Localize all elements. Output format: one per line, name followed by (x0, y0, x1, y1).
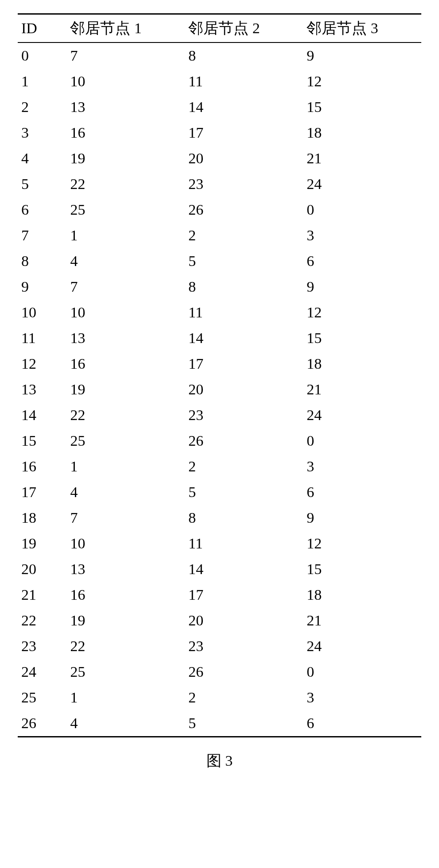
cell-neighbor-2: 11 (185, 300, 303, 325)
cell-neighbor-3: 15 (303, 556, 421, 582)
figure-caption: 图 3 (18, 751, 421, 771)
cell-neighbor-2: 8 (185, 42, 303, 69)
cell-neighbor-1: 10 (66, 69, 185, 94)
cell-neighbor-1: 19 (66, 608, 185, 633)
cell-neighbor-3: 15 (303, 94, 421, 120)
cell-neighbor-1: 25 (66, 197, 185, 223)
table-row: 21161718 (18, 582, 421, 608)
header-neighbor-2: 邻居节点 2 (185, 14, 303, 43)
table-row: 2425260 (18, 659, 421, 685)
cell-neighbor-2: 14 (185, 94, 303, 120)
cell-neighbor-2: 23 (185, 171, 303, 197)
cell-neighbor-3: 18 (303, 120, 421, 146)
cell-neighbor-2: 23 (185, 402, 303, 428)
cell-neighbor-1: 22 (66, 402, 185, 428)
cell-neighbor-3: 24 (303, 402, 421, 428)
table-body: 0789110111221314153161718419202152223246… (18, 42, 421, 737)
cell-id: 25 (18, 685, 66, 710)
cell-neighbor-3: 9 (303, 42, 421, 69)
cell-neighbor-1: 7 (66, 42, 185, 69)
cell-neighbor-2: 2 (185, 685, 303, 710)
cell-neighbor-1: 22 (66, 171, 185, 197)
cell-neighbor-3: 9 (303, 274, 421, 300)
cell-id: 5 (18, 171, 66, 197)
table-row: 22192021 (18, 608, 421, 633)
table-row: 8456 (18, 248, 421, 274)
cell-neighbor-1: 4 (66, 710, 185, 737)
cell-neighbor-2: 17 (185, 120, 303, 146)
table-row: 3161718 (18, 120, 421, 146)
cell-id: 24 (18, 659, 66, 685)
table-row: 19101112 (18, 531, 421, 556)
cell-neighbor-1: 19 (66, 146, 185, 171)
cell-id: 4 (18, 146, 66, 171)
table-row: 1101112 (18, 69, 421, 94)
table-row: 25123 (18, 685, 421, 710)
cell-id: 14 (18, 402, 66, 428)
cell-neighbor-3: 12 (303, 300, 421, 325)
cell-neighbor-1: 4 (66, 248, 185, 274)
table-row: 18789 (18, 505, 421, 531)
table-row: 17456 (18, 479, 421, 505)
cell-neighbor-3: 0 (303, 197, 421, 223)
cell-neighbor-1: 16 (66, 582, 185, 608)
cell-neighbor-3: 21 (303, 608, 421, 633)
cell-neighbor-2: 5 (185, 710, 303, 737)
cell-neighbor-2: 11 (185, 531, 303, 556)
cell-id: 2 (18, 94, 66, 120)
cell-id: 12 (18, 351, 66, 377)
cell-id: 17 (18, 479, 66, 505)
cell-neighbor-3: 18 (303, 351, 421, 377)
cell-neighbor-1: 1 (66, 454, 185, 479)
cell-id: 21 (18, 582, 66, 608)
cell-neighbor-2: 17 (185, 351, 303, 377)
table-row: 0789 (18, 42, 421, 69)
cell-neighbor-2: 5 (185, 248, 303, 274)
cell-neighbor-1: 1 (66, 223, 185, 248)
cell-neighbor-2: 14 (185, 556, 303, 582)
cell-neighbor-2: 20 (185, 146, 303, 171)
cell-id: 9 (18, 274, 66, 300)
table-row: 2131415 (18, 94, 421, 120)
header-id: ID (18, 14, 66, 43)
cell-id: 19 (18, 531, 66, 556)
cell-id: 11 (18, 325, 66, 351)
cell-neighbor-2: 2 (185, 454, 303, 479)
cell-id: 8 (18, 248, 66, 274)
cell-neighbor-3: 12 (303, 69, 421, 94)
cell-neighbor-1: 16 (66, 351, 185, 377)
cell-neighbor-3: 3 (303, 223, 421, 248)
cell-neighbor-2: 20 (185, 377, 303, 402)
cell-neighbor-3: 21 (303, 377, 421, 402)
cell-neighbor-2: 8 (185, 274, 303, 300)
cell-neighbor-2: 2 (185, 223, 303, 248)
cell-neighbor-3: 15 (303, 325, 421, 351)
cell-neighbor-3: 6 (303, 710, 421, 737)
table-row: 1525260 (18, 428, 421, 454)
table-row: 23222324 (18, 633, 421, 659)
table-header-row: ID 邻居节点 1 邻居节点 2 邻居节点 3 (18, 14, 421, 43)
cell-neighbor-3: 24 (303, 633, 421, 659)
cell-id: 1 (18, 69, 66, 94)
table-row: 12161718 (18, 351, 421, 377)
cell-neighbor-1: 16 (66, 120, 185, 146)
cell-neighbor-1: 13 (66, 556, 185, 582)
table-row: 10101112 (18, 300, 421, 325)
cell-id: 23 (18, 633, 66, 659)
cell-id: 3 (18, 120, 66, 146)
cell-id: 16 (18, 454, 66, 479)
table-row: 26456 (18, 710, 421, 737)
table-row: 14222324 (18, 402, 421, 428)
table-row: 625260 (18, 197, 421, 223)
cell-neighbor-1: 7 (66, 274, 185, 300)
table-row: 4192021 (18, 146, 421, 171)
cell-neighbor-1: 13 (66, 325, 185, 351)
cell-id: 10 (18, 300, 66, 325)
cell-neighbor-1: 25 (66, 659, 185, 685)
cell-id: 7 (18, 223, 66, 248)
cell-neighbor-2: 5 (185, 479, 303, 505)
cell-neighbor-2: 26 (185, 659, 303, 685)
cell-id: 20 (18, 556, 66, 582)
cell-neighbor-1: 10 (66, 300, 185, 325)
cell-neighbor-3: 18 (303, 582, 421, 608)
